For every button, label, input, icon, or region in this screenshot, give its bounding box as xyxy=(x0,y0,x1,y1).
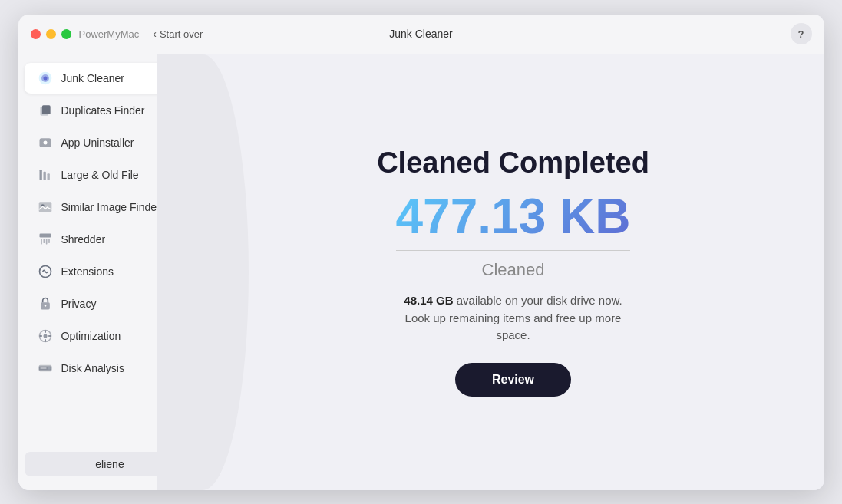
cleaned-label: Cleaned xyxy=(482,260,545,280)
shredder-icon xyxy=(37,231,54,248)
svg-rect-12 xyxy=(39,233,51,237)
privacy-icon xyxy=(37,295,54,312)
cleaned-title: Cleaned Completed xyxy=(377,147,649,180)
traffic-lights xyxy=(31,29,71,39)
sidebar-label-large-old-file: Large & Old File xyxy=(61,169,139,181)
main-panel: Cleaned Completed 477.13 KB Cleaned 48.1… xyxy=(203,54,824,490)
optimization-icon xyxy=(37,328,54,344)
svg-rect-13 xyxy=(41,239,42,245)
svg-rect-16 xyxy=(48,239,50,243)
sidebar-label-shredder: Shredder xyxy=(61,233,106,245)
svg-rect-25 xyxy=(40,367,46,369)
chevron-left-icon: ‹ xyxy=(153,28,157,40)
sidebar-label-disk-analysis: Disk Analysis xyxy=(61,362,124,374)
fullscreen-button[interactable] xyxy=(61,29,71,39)
titlebar: PowerMyMac ‹ Start over Junk Cleaner ? xyxy=(18,15,824,54)
content-area: Junk Cleaner Duplicates Finder xyxy=(18,54,824,490)
sidebar-label-app-uninstaller: App Uninstaller xyxy=(61,137,134,149)
svg-rect-10 xyxy=(38,202,51,212)
start-over-label: Start over xyxy=(160,28,203,40)
minimize-button[interactable] xyxy=(46,29,56,39)
cleaned-amount: 477.13 KB xyxy=(396,192,631,251)
result-content: Cleaned Completed 477.13 KB Cleaned 48.1… xyxy=(377,147,649,396)
start-over-button[interactable]: ‹ Start over xyxy=(153,28,203,40)
svg-point-2 xyxy=(43,76,47,80)
svg-point-6 xyxy=(43,140,47,144)
sidebar-label-extensions: Extensions xyxy=(61,265,114,278)
app-window: PowerMyMac ‹ Start over Junk Cleaner ? J… xyxy=(18,15,824,490)
window-title: Junk Cleaner xyxy=(389,28,453,40)
sidebar-label-similar-image: Similar Image Finder xyxy=(61,201,160,213)
help-button[interactable]: ? xyxy=(791,23,812,44)
disk-free-value: 48.14 GB xyxy=(404,294,453,307)
disk-analysis-icon xyxy=(37,360,54,377)
svg-rect-14 xyxy=(43,239,45,243)
svg-point-24 xyxy=(48,367,50,369)
app-name-label: PowerMyMac xyxy=(79,28,140,40)
app-uninstaller-icon xyxy=(37,134,54,151)
svg-rect-15 xyxy=(45,239,47,245)
close-button[interactable] xyxy=(31,29,41,39)
sidebar-label-privacy: Privacy xyxy=(61,298,97,310)
svg-rect-9 xyxy=(47,173,49,180)
sidebar-label-duplicates: Duplicates Finder xyxy=(61,104,145,117)
svg-rect-8 xyxy=(43,171,45,180)
svg-point-19 xyxy=(44,305,46,307)
sidebar-label-optimization: Optimization xyxy=(61,330,121,342)
disk-info: 48.14 GB available on your disk drive no… xyxy=(390,292,636,344)
review-button[interactable]: Review xyxy=(455,363,571,397)
svg-point-21 xyxy=(43,334,47,338)
sidebar-label-junk-cleaner: Junk Cleaner xyxy=(61,72,125,84)
large-old-file-icon xyxy=(37,166,54,183)
similar-image-icon xyxy=(37,199,54,216)
svg-rect-4 xyxy=(41,105,50,114)
extensions-icon xyxy=(37,263,54,280)
duplicates-icon xyxy=(37,102,54,119)
junk-cleaner-icon xyxy=(37,70,54,87)
svg-rect-7 xyxy=(39,170,41,180)
